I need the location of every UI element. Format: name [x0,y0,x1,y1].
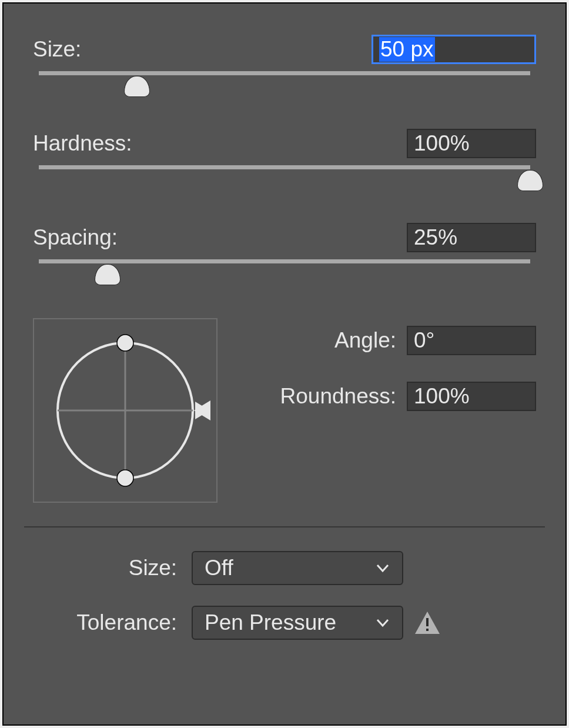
spacing-label: Spacing: [33,225,407,250]
dynamics-tolerance-row: Tolerance: Pen Pressure [33,606,536,640]
svg-point-3 [117,335,133,351]
chevron-down-icon [375,615,390,630]
hardness-label: Hardness: [33,131,407,156]
spacing-input[interactable]: 25% [407,223,536,252]
svg-rect-9 [426,629,429,631]
hardness-slider-thumb[interactable] [517,170,543,191]
brush-shape-area: Angle: 0° Roundness: 100% [33,318,536,503]
roundness-row: Roundness: 100% [229,380,536,412]
hardness-value: 100% [414,131,470,156]
size-value: 50 px [379,37,435,62]
brush-settings-panel: Size: 50 px Hardness: 100% Spacing: 25% [2,2,567,726]
dynamics-size-dropdown[interactable]: Off [192,551,403,585]
chevron-down-icon [375,560,390,576]
size-label: Size: [33,37,371,62]
angle-fields: Angle: 0° Roundness: 100% [229,318,536,503]
angle-label: Angle: [334,328,396,353]
svg-rect-8 [426,618,429,626]
hardness-row: Hardness: 100% [33,127,536,159]
spacing-row: Spacing: 25% [33,221,536,253]
dynamics-tolerance-label: Tolerance: [33,610,177,635]
dynamics-tolerance-dropdown[interactable]: Pen Pressure [192,606,403,640]
brush-angle-preview[interactable] [33,318,217,503]
roundness-label: Roundness: [280,384,396,409]
dynamics-size-value: Off [205,556,375,580]
angle-row: Angle: 0° [229,324,536,356]
dynamics-size-row: Size: Off [33,551,536,585]
spacing-value: 25% [414,225,457,250]
warning-icon [414,609,441,636]
angle-value: 0° [414,328,434,353]
size-input[interactable]: 50 px [371,35,536,64]
hardness-slider-track [39,165,530,169]
size-row: Size: 50 px [33,33,536,65]
svg-point-4 [117,470,133,486]
size-slider-thumb[interactable] [124,76,150,97]
roundness-input[interactable]: 100% [407,382,536,411]
size-slider-track [39,71,530,75]
hardness-input[interactable]: 100% [407,129,536,158]
angle-input[interactable]: 0° [407,326,536,355]
spacing-slider[interactable] [39,259,530,292]
dynamics-tolerance-value: Pen Pressure [205,610,375,635]
spacing-slider-track [39,259,530,263]
spacing-slider-thumb[interactable] [95,264,121,285]
hardness-slider[interactable] [39,165,530,198]
dynamics-size-label: Size: [33,556,177,580]
roundness-value: 100% [414,384,470,409]
section-divider [24,526,545,527]
size-slider[interactable] [39,71,530,103]
